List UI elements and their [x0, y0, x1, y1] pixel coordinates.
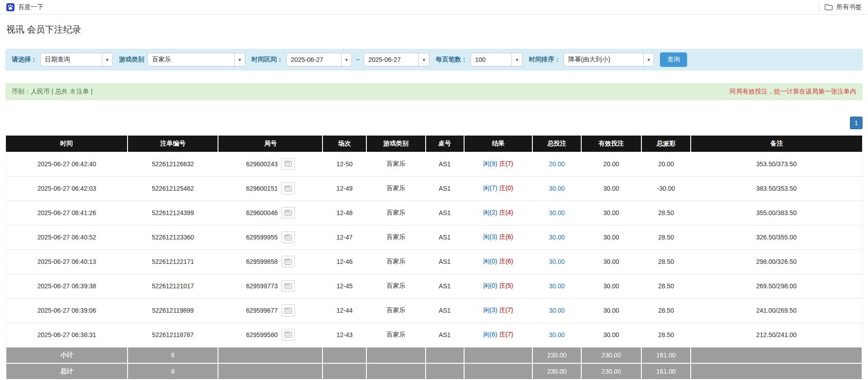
- date-range-label: 时间区间：: [251, 56, 283, 64]
- table-row: 2025-06-27 06:39:38 522612121017 6295997…: [6, 274, 862, 298]
- cell-bet-id: 522612118787: [128, 323, 218, 347]
- table-row: 2025-06-27 06:38:31 522612118787 6295995…: [6, 323, 862, 347]
- search-button[interactable]: 查询: [660, 52, 687, 67]
- round-id-text: 629599955: [246, 234, 278, 241]
- chevron-down-icon[interactable]: ▾: [643, 53, 654, 66]
- roadmap-icon-button[interactable]: [281, 280, 295, 292]
- col-header-payout: 总派彩: [641, 136, 691, 152]
- cell-table-no: AS1: [426, 298, 464, 323]
- total-bet-link[interactable]: 30.00: [549, 185, 565, 192]
- cell-payout: 28.50: [641, 225, 691, 249]
- roadmap-icon-button[interactable]: [281, 305, 295, 316]
- cell-round-id: 629600243: [218, 152, 323, 176]
- round-id-text: 629599858: [246, 258, 278, 265]
- page-1-button[interactable]: 1: [850, 117, 863, 129]
- footer-empty-cell: [691, 363, 862, 380]
- total-bet-link[interactable]: 30.00: [549, 331, 565, 338]
- subtotal-valid-bet: 230.00: [581, 347, 641, 363]
- all-bookmarks-button[interactable]: 所有书签: [825, 3, 862, 11]
- cell-round-id: 629599955: [218, 225, 323, 249]
- chevron-down-icon[interactable]: ▾: [234, 53, 245, 66]
- cell-total-bet: 30.00: [532, 298, 581, 323]
- cell-result: 闲(0)庄(6): [464, 249, 532, 274]
- cell-total-bet: 30.00: [532, 225, 581, 249]
- cell-table-no: AS1: [426, 225, 464, 249]
- table-row: 2025-06-27 06:42:03 522612125462 6296001…: [6, 176, 862, 201]
- cell-valid-bet: 30.00: [581, 249, 641, 274]
- total-count: 8: [128, 363, 218, 380]
- footer-empty-cell: [323, 363, 366, 380]
- cell-round-id: 629599858: [218, 249, 323, 274]
- cell-total-bet: 30.00: [532, 274, 581, 298]
- cell-valid-bet: 20.00: [581, 152, 641, 176]
- footer-empty-cell: [218, 363, 323, 380]
- cell-game-type: 百家乐: [366, 201, 426, 225]
- sort-value: 降幂(由大到小): [564, 53, 643, 66]
- cell-round-id: 629599677: [218, 298, 323, 323]
- col-header-session: 场次: [323, 136, 366, 152]
- all-bookmarks-label: 所有书签: [836, 3, 862, 11]
- cell-bet-id: 522612122171: [128, 249, 218, 274]
- cell-payout: 28.50: [641, 201, 691, 225]
- cell-table-no: AS1: [426, 274, 464, 298]
- date-to-picker[interactable]: 2025-06-27 ▾: [364, 53, 429, 66]
- footer-empty-cell: [426, 363, 464, 380]
- chevron-down-icon[interactable]: ▾: [102, 53, 112, 66]
- result-banker: 庄(7): [499, 331, 513, 338]
- roadmap-icon-button[interactable]: [281, 231, 295, 243]
- page-size-combobox[interactable]: 100 ▾: [470, 53, 522, 66]
- chevron-down-icon[interactable]: ▾: [512, 53, 522, 66]
- game-type-label: 游戏类别: [119, 56, 144, 64]
- summary-bar: 币别：人民币 | 总共 :8 注单 | 同局有效投注，统一计算在该局第一张注单内: [5, 83, 863, 100]
- cell-round-id: 629600151: [218, 176, 323, 201]
- col-header-note: 备注: [691, 136, 862, 152]
- cell-session: 12-45: [323, 274, 366, 298]
- cell-total-bet: 30.00: [532, 249, 581, 274]
- total-row: 总计 8 230.00 230.00 161.00: [6, 363, 862, 380]
- total-bet-link[interactable]: 30.00: [549, 258, 565, 265]
- page-title: 视讯 会员下注纪录: [6, 23, 862, 35]
- cell-table-no: AS1: [426, 176, 464, 201]
- roadmap-icon-button[interactable]: [281, 207, 295, 219]
- total-bet-link[interactable]: 30.00: [549, 209, 565, 216]
- cell-valid-bet: 30.00: [581, 323, 641, 347]
- total-bet-link[interactable]: 30.00: [549, 307, 565, 314]
- cell-valid-bet: 30.00: [581, 176, 641, 201]
- result-banker: 庄(4): [499, 209, 513, 216]
- page-size-value: 100: [471, 53, 512, 66]
- cell-game-type: 百家乐: [366, 298, 426, 323]
- query-type-combobox[interactable]: 日期查询 ▾: [40, 53, 113, 66]
- total-bet-link[interactable]: 30.00: [549, 234, 565, 241]
- roadmap-icon-button[interactable]: [281, 158, 295, 170]
- cell-game-type: 百家乐: [366, 152, 426, 176]
- footer-empty-cell: [366, 363, 426, 380]
- page-size-label: 每页笔数：: [436, 56, 467, 64]
- total-bet-link[interactable]: 30.00: [549, 282, 565, 290]
- query-type-value: 日期查询: [41, 53, 102, 66]
- roadmap-icon-button[interactable]: [281, 183, 295, 194]
- baidu-favicon-icon: [6, 3, 14, 11]
- footer-empty-cell: [218, 347, 323, 363]
- footer-empty-cell: [464, 363, 532, 380]
- date-from-picker[interactable]: 2025-06-27 ▾: [286, 53, 352, 66]
- filter-bar: 请选择： 日期查询 ▾ 游戏类别 百家乐 ▾ 时间区间： 2025-06-27 …: [5, 49, 863, 70]
- total-bet-link[interactable]: 20.00: [549, 160, 565, 168]
- cell-session: 12-48: [323, 201, 366, 225]
- cell-payout: 28.50: [641, 274, 691, 298]
- roadmap-icon-button[interactable]: [281, 329, 295, 341]
- game-type-combobox[interactable]: 百家乐 ▾: [147, 53, 245, 66]
- chevron-down-icon[interactable]: ▾: [341, 53, 351, 66]
- sort-combobox[interactable]: 降幂(由大到小) ▾: [564, 53, 654, 66]
- table-row: 2025-06-27 06:40:52 522612123360 6295999…: [6, 225, 862, 249]
- result-banker: 庄(0): [499, 184, 513, 192]
- round-id-text: 629600046: [246, 209, 278, 216]
- cell-valid-bet: 30.00: [581, 274, 641, 298]
- cell-session: 12-44: [323, 298, 366, 323]
- bookmark-baidu[interactable]: 百度一下: [6, 3, 43, 11]
- chevron-down-icon[interactable]: ▾: [418, 53, 429, 66]
- roadmap-icon-button[interactable]: [281, 256, 295, 267]
- subtotal-payout: 161.00: [641, 347, 691, 363]
- col-header-result: 结果: [464, 136, 532, 152]
- table-header-row: 时间 注单编号 局号 场次 游戏类别 桌号 结果 总投注 有效投注 总派彩 备注: [6, 136, 862, 152]
- cell-time: 2025-06-27 06:42:03: [6, 176, 128, 201]
